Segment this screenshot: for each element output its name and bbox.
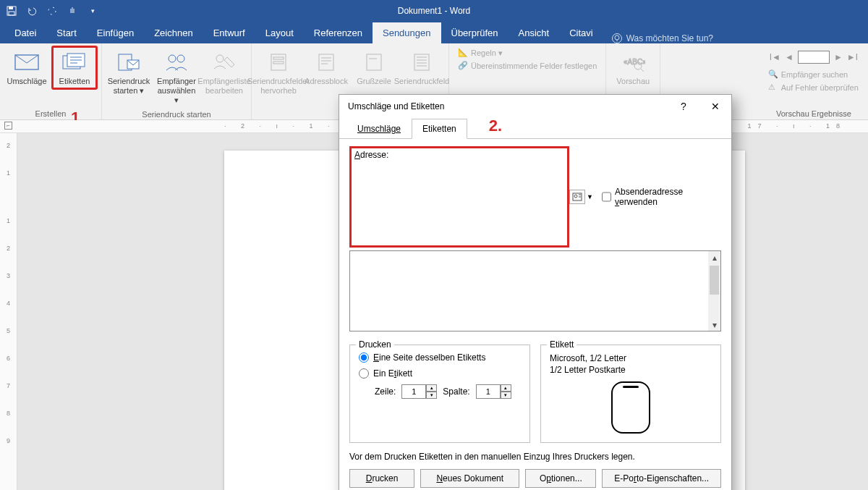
etikett-shape-icon: [611, 381, 650, 434]
seriendruckfeld-button: Seriendruckfeld: [399, 46, 444, 89]
dialog-tab-umschlaege[interactable]: Umschläge: [346, 119, 412, 139]
tab-einfuegen[interactable]: Einfügen: [87, 22, 144, 43]
neues-dokument-button[interactable]: Neues Dokument: [420, 469, 519, 488]
vorschau-button: «ABC» Vorschau: [610, 46, 655, 89]
dialog-titlebar: Umschläge und Etiketten ? ✕: [339, 95, 731, 118]
empfaenger-auswaehlen-button[interactable]: Empfänger auswählen ▾: [154, 46, 199, 109]
tab-ansicht[interactable]: Ansicht: [509, 22, 560, 43]
svg-rect-2: [9, 12, 14, 15]
drucken-button[interactable]: Drucken: [349, 469, 414, 488]
spalte-spinner[interactable]: ▴▾: [476, 384, 511, 399]
check-errors-icon: ⚠: [768, 83, 778, 93]
zeile-up-icon[interactable]: ▴: [426, 384, 437, 392]
print-hint: Vor dem Drucken Etiketten in den manuell…: [349, 452, 721, 462]
radio-single-label[interactable]: Ein Etikett: [359, 368, 521, 379]
envelope-icon: [12, 49, 41, 75]
redo-icon[interactable]: [46, 5, 58, 17]
dialog-close-button[interactable]: ✕: [705, 98, 726, 115]
address-scrollbar[interactable]: ▴ ▾: [708, 251, 720, 331]
etikett-line1: Microsoft, 1/2 Letter: [550, 352, 712, 364]
zeile-input[interactable]: [401, 384, 426, 399]
tell-me-search[interactable]: Was möchten Sie tun?: [612, 33, 713, 43]
etikett-group[interactable]: Etikett Microsoft, 1/2 Letter 1/2 Letter…: [540, 345, 721, 443]
vorschau-label: Vorschau: [616, 77, 650, 86]
seriendruck-starten-label: Seriendruck starten ▾: [108, 77, 150, 96]
greeting-icon: [359, 49, 388, 75]
radio-full-page[interactable]: Eine Seite desselben Etiketts: [359, 352, 521, 363]
scroll-up-icon[interactable]: ▴: [708, 251, 720, 263]
svg-point-14: [169, 55, 176, 62]
undo-icon[interactable]: [26, 5, 38, 17]
scroll-thumb[interactable]: [710, 266, 719, 295]
scroll-down-icon[interactable]: ▾: [708, 318, 720, 331]
title-bar: ▾ Dokument1 - Word: [0, 0, 868, 22]
vertical-ruler: 2 1 1 2 3 4 5 6 7 8 9: [0, 133, 17, 490]
umschlaege-button[interactable]: Umschläge: [4, 46, 49, 89]
highlight-fields-button: Seriendruckfelder hervorheb: [256, 46, 301, 98]
optionen-button[interactable]: Optionen...: [525, 469, 596, 488]
adressblock-button: Adressblock: [304, 46, 349, 89]
tab-stop-icon[interactable]: ⌐: [4, 122, 12, 130]
radio-full-page-label: Eine Seite desselben Etiketts: [373, 352, 485, 363]
tab-zeichnen[interactable]: Zeichnen: [144, 22, 203, 43]
radio-full-page-input[interactable]: [359, 352, 369, 363]
spalte-input[interactable]: [476, 384, 501, 399]
tab-start[interactable]: Start: [46, 22, 86, 43]
addressbook-dropdown-icon[interactable]: ▼: [587, 193, 593, 200]
svg-point-15: [177, 55, 184, 62]
window-title: Dokument1 - Word: [398, 6, 470, 16]
eporto-button[interactable]: E-Porto-Eigenschaften...: [602, 469, 721, 488]
empfaengerliste-button: Empfängerliste bearbeiten: [202, 46, 247, 98]
etiketten-label: Etiketten: [59, 77, 90, 86]
record-number-input[interactable]: [798, 51, 830, 64]
tab-ueberpruefen[interactable]: Überprüfen: [441, 22, 509, 43]
zeile-spinner[interactable]: ▴▾: [401, 384, 437, 399]
svg-point-4: [615, 35, 619, 40]
touch-mode-icon[interactable]: [67, 5, 78, 17]
lightbulb-icon: [612, 33, 622, 43]
group-ergebnisse-label: Vorschau Ergebnisse: [764, 108, 864, 118]
spalte-up-icon[interactable]: ▴: [501, 384, 511, 392]
radio-single-input[interactable]: [359, 368, 369, 379]
prev-record-icon[interactable]: ◄: [785, 52, 793, 62]
addressblock-icon: [312, 49, 341, 75]
address-textarea[interactable]: [354, 162, 564, 243]
dialog-help-button[interactable]: ?: [673, 98, 694, 115]
address-field-border: ▴ ▾: [349, 250, 721, 331]
search-recipient-icon: 🔍: [768, 69, 778, 80]
next-record-icon[interactable]: ►: [834, 52, 843, 62]
dialog-body: Adresse: ▼ Absenderadresse verwenden ▴: [339, 139, 731, 490]
tab-layout[interactable]: Layout: [255, 22, 304, 43]
tab-referenzen[interactable]: Referenzen: [304, 22, 373, 43]
address-section: Adresse:: [349, 146, 569, 248]
absender-checkbox[interactable]: [602, 192, 611, 202]
svg-point-3: [48, 7, 56, 14]
svg-point-35: [574, 195, 577, 198]
tab-citavi[interactable]: Citavi: [559, 22, 603, 43]
tab-entwurf[interactable]: Entwurf: [203, 22, 255, 43]
tab-datei[interactable]: Datei: [4, 22, 46, 43]
adressblock-label: Adressblock: [305, 77, 348, 86]
dialog-tab-etiketten[interactable]: Etiketten: [412, 119, 467, 139]
absender-checkbox-row[interactable]: Absenderadresse verwenden: [602, 187, 721, 207]
qat-customize-icon[interactable]: ▾: [87, 5, 98, 17]
tab-sendungen[interactable]: Sendungen: [373, 22, 441, 43]
etiketten-button[interactable]: Etiketten: [52, 46, 97, 89]
save-icon[interactable]: [6, 5, 17, 17]
rules-button: 📐Regeln ▾: [454, 46, 601, 59]
umschlaege-label: Umschläge: [7, 77, 46, 86]
first-record-icon[interactable]: I◄: [770, 52, 780, 62]
addressbook-button[interactable]: [569, 190, 585, 204]
mailmerge-start-icon: [114, 49, 143, 75]
empfaenger-label: Empfänger auswählen ▾: [156, 77, 197, 106]
address-tools: ▼ Absenderadresse verwenden: [569, 187, 721, 207]
rules-label: Regeln ▾: [471, 48, 503, 58]
absender-label: Absenderadresse verwenden: [615, 187, 721, 207]
spalte-down-icon[interactable]: ▾: [501, 392, 511, 399]
address-label: Adresse:: [354, 150, 564, 160]
callout-2: 2.: [489, 117, 502, 137]
zeile-down-icon[interactable]: ▾: [426, 392, 437, 399]
svg-rect-19: [273, 62, 284, 64]
last-record-icon[interactable]: ►I: [847, 52, 858, 62]
seriendruck-starten-button[interactable]: Seriendruck starten ▾: [106, 46, 151, 98]
